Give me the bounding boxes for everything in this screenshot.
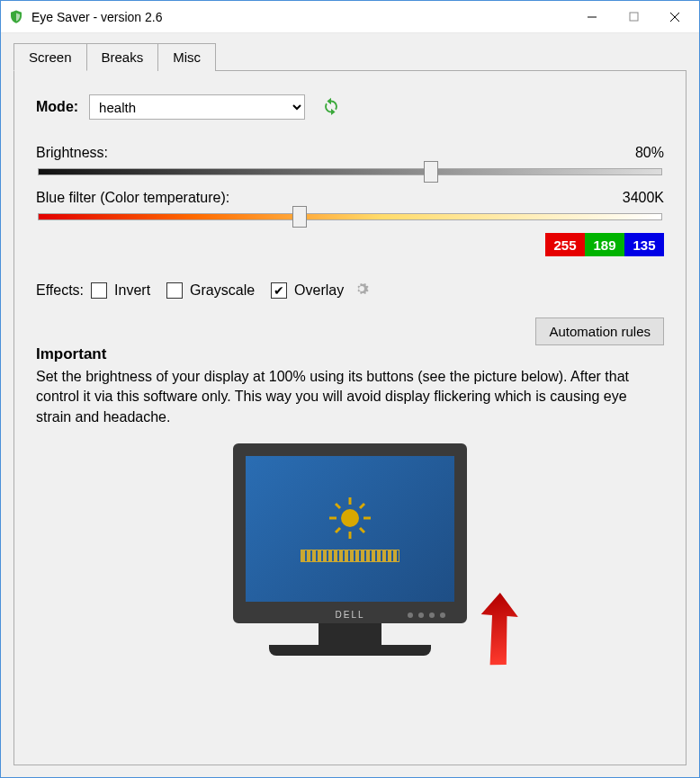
close-button[interactable] [654, 4, 696, 31]
rgb-r-value: 255 [545, 233, 585, 256]
svg-line-11 [336, 528, 340, 532]
rgb-b-value: 135 [624, 233, 664, 256]
rgb-readout: 255 189 135 [36, 233, 664, 256]
invert-checkbox[interactable] [91, 282, 107, 299]
automation-rules-button[interactable]: Automation rules [535, 317, 664, 345]
important-body: Set the brightness of your display at 10… [36, 367, 664, 427]
important-heading: Important [36, 345, 664, 363]
brightness-thumb[interactable] [424, 161, 438, 183]
svg-line-9 [336, 504, 340, 508]
bluefilter-thumb[interactable] [292, 206, 307, 228]
screen-panel: Mode: health Brightness: 80% Blue filter… [13, 70, 687, 765]
overlay-label: Overlay [294, 282, 344, 299]
monitor-buttons [408, 613, 445, 618]
window-controls [571, 4, 696, 31]
arrow-icon [457, 590, 529, 674]
grayscale-checkbox[interactable] [166, 282, 183, 299]
overlay-checkbox[interactable] [271, 282, 287, 299]
maximize-button[interactable] [613, 4, 654, 31]
tab-row: Screen Breaks Misc [13, 43, 687, 71]
bluefilter-label: Blue filter (Color temperature): [36, 190, 229, 206]
window-title: Eye Saver - version 2.6 [31, 10, 571, 24]
monitor-progress-bar [301, 550, 399, 562]
effects-label: Effects: [36, 282, 84, 299]
refresh-icon[interactable] [321, 96, 341, 119]
invert-label: Invert [114, 282, 150, 299]
mode-select[interactable]: health [89, 94, 305, 120]
minimize-button[interactable] [571, 4, 613, 31]
svg-point-4 [341, 509, 359, 527]
tab-screen[interactable]: Screen [13, 43, 87, 71]
monitor-logo: DELL [335, 610, 364, 620]
bluefilter-value: 3400K [623, 190, 664, 206]
tab-breaks[interactable]: Breaks [86, 43, 159, 71]
bluefilter-slider[interactable] [38, 213, 662, 222]
brightness-value: 80% [635, 145, 664, 161]
gear-icon[interactable] [353, 280, 371, 301]
svg-rect-1 [630, 13, 638, 21]
monitor-illustration: DELL [36, 443, 664, 656]
svg-line-12 [360, 504, 364, 508]
brightness-label: Brightness: [36, 145, 108, 161]
brightness-slider[interactable] [38, 168, 662, 177]
mode-label: Mode: [36, 99, 78, 115]
tab-misc[interactable]: Misc [157, 43, 216, 71]
titlebar: Eye Saver - version 2.6 [1, 1, 699, 33]
grayscale-label: Grayscale [190, 282, 255, 299]
svg-line-10 [360, 528, 364, 532]
app-shield-icon [8, 9, 24, 25]
sun-moon-icon [328, 496, 372, 541]
rgb-g-value: 189 [585, 233, 624, 256]
